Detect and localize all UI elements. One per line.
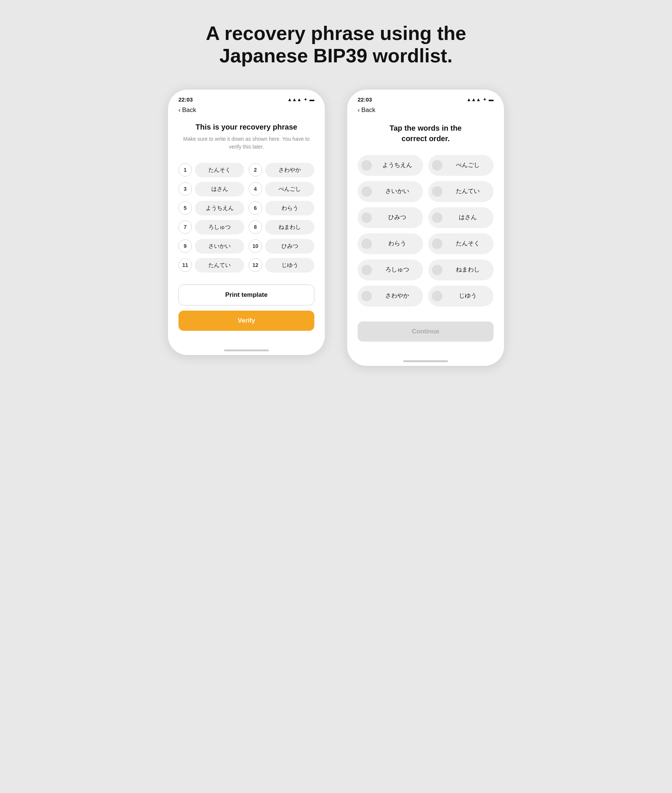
word-pill: たんてい (195, 258, 244, 273)
verify-word-prefix-circle (432, 238, 442, 249)
verify-word-button[interactable]: べんごし (428, 155, 494, 176)
word-number: 9 (178, 239, 192, 253)
verify-word-button[interactable]: はさん (428, 207, 494, 228)
word-pill: さいかい (195, 239, 244, 254)
phone1-screen-subtitle: Make sure to write it down as shown here… (178, 135, 314, 151)
word-pill: ろしゅつ (195, 220, 244, 235)
word-number: 8 (249, 220, 262, 234)
back-chevron-icon: ‹ (178, 106, 181, 114)
word-item: 9さいかい (178, 239, 244, 254)
phone1-back-label: Back (182, 106, 196, 114)
word-item: 5ようちえん (178, 201, 244, 216)
back-chevron-icon-2: ‹ (358, 106, 360, 114)
verify-word-prefix-circle (362, 238, 372, 249)
word-item: 4べんごし (249, 182, 314, 197)
word-item: 8ねまわし (249, 220, 314, 235)
verify-word-prefix-circle (362, 213, 372, 223)
word-pill: たんそく (195, 163, 244, 177)
verify-word-text: じゆう (445, 292, 490, 300)
verify-word-text: たんてい (445, 187, 490, 195)
phone1-time: 22:03 (178, 96, 193, 103)
phone1-content: ‹ Back This is your recovery phrase Make… (168, 106, 325, 343)
word-item: 11たんてい (178, 258, 244, 273)
word-number: 5 (178, 201, 192, 215)
word-number: 6 (249, 201, 262, 215)
verify-word-text: ねまわし (445, 266, 490, 274)
signal-icon-2: ▲▲▲ (466, 97, 481, 102)
word-number: 11 (178, 258, 192, 272)
phone-2: 22:03 ▲▲▲ ✦ ▬ ‹ Back Tap the words in th… (347, 90, 504, 366)
verify-word-button[interactable]: わらう (358, 233, 423, 254)
word-number: 7 (178, 220, 192, 234)
word-pill: ねまわし (265, 220, 314, 235)
verify-button[interactable]: Verify (178, 311, 314, 331)
word-number: 2 (249, 163, 262, 177)
verify-word-text: さいかい (375, 187, 419, 195)
word-item: 3はさん (178, 182, 244, 197)
verify-word-button[interactable]: たんそく (428, 233, 494, 254)
verify-word-text: はさん (445, 214, 490, 221)
verify-word-button[interactable]: ひみつ (358, 207, 423, 228)
word-pill: ようちえん (195, 201, 244, 216)
battery-icon: ▬ (309, 97, 314, 102)
verify-word-text: たんそく (445, 240, 490, 248)
verify-word-button[interactable]: ようちえん (358, 155, 423, 176)
verify-word-prefix-circle (362, 291, 372, 301)
verify-word-button[interactable]: ろしゅつ (358, 259, 423, 280)
word-pill: べんごし (265, 182, 314, 197)
verify-word-prefix-circle (362, 186, 372, 197)
word-pill: はさん (195, 182, 244, 197)
words-grid: 1たんそく2さわやか3はさん4べんごし5ようちえん6わらう7ろしゅつ8ねまわし9… (178, 163, 314, 273)
phone2-content: ‹ Back Tap the words in the correct orde… (347, 106, 504, 353)
print-template-button[interactable]: Print template (178, 285, 314, 305)
word-number: 12 (249, 258, 262, 272)
verify-word-prefix-circle (362, 265, 372, 275)
phone2-back-button[interactable]: ‹ Back (358, 106, 375, 114)
verify-word-text: わらう (375, 240, 419, 248)
word-item: 7ろしゅつ (178, 220, 244, 235)
verify-word-button[interactable]: ねまわし (428, 259, 494, 280)
phone1-status: ▲▲▲ ✦ ▬ (287, 97, 314, 102)
word-item: 6わらう (249, 201, 314, 216)
word-item: 2さわやか (249, 163, 314, 177)
wifi-icon: ✦ (304, 97, 308, 102)
verify-grid: ようちえんべんごしさいかいたんていひみつはさんわらうたんそくろしゅつねまわしさわ… (358, 155, 494, 307)
verify-word-prefix-circle (432, 160, 442, 171)
verify-word-prefix-circle (432, 186, 442, 197)
verify-word-prefix-circle (432, 265, 442, 275)
page-title: A recovery phrase using the Japanese BIP… (206, 22, 466, 67)
verify-word-text: ろしゅつ (375, 266, 419, 274)
verify-word-button[interactable]: じゆう (428, 286, 494, 307)
phone2-home-indicator (403, 360, 448, 362)
word-number: 1 (178, 163, 192, 177)
word-item: 1たんそく (178, 163, 244, 177)
verify-word-button[interactable]: さいかい (358, 181, 423, 202)
word-pill: じゆう (265, 258, 314, 273)
word-pill: わらう (265, 201, 314, 216)
verify-word-prefix-circle (362, 160, 372, 171)
word-item: 12じゆう (249, 258, 314, 273)
phone2-time: 22:03 (358, 96, 372, 103)
phone-1: 22:03 ▲▲▲ ✦ ▬ ‹ Back This is your recove… (168, 90, 325, 355)
word-pill: ひみつ (265, 239, 314, 254)
verify-word-text: べんごし (445, 161, 490, 169)
verify-word-prefix-circle (432, 291, 442, 301)
phones-container: 22:03 ▲▲▲ ✦ ▬ ‹ Back This is your recove… (168, 90, 504, 366)
word-item: 10ひみつ (249, 239, 314, 254)
word-number: 3 (178, 182, 192, 196)
verify-word-button[interactable]: さわやか (358, 286, 423, 307)
word-number: 4 (249, 182, 262, 196)
phone2-status: ▲▲▲ ✦ ▬ (466, 97, 494, 102)
word-pill: さわやか (265, 163, 314, 177)
phone1-back-button[interactable]: ‹ Back (178, 106, 196, 114)
phone1-screen-title: This is your recovery phrase (178, 123, 314, 131)
phone1-notch: 22:03 ▲▲▲ ✦ ▬ (168, 90, 325, 106)
verify-word-prefix-circle (432, 213, 442, 223)
verify-word-text: さわやか (375, 292, 419, 300)
verify-word-text: ひみつ (375, 214, 419, 221)
verify-word-button[interactable]: たんてい (428, 181, 494, 202)
continue-button[interactable]: Continue (358, 321, 494, 342)
phone2-back-label: Back (362, 106, 376, 114)
signal-icon: ▲▲▲ (287, 97, 302, 102)
wifi-icon-2: ✦ (483, 97, 487, 102)
